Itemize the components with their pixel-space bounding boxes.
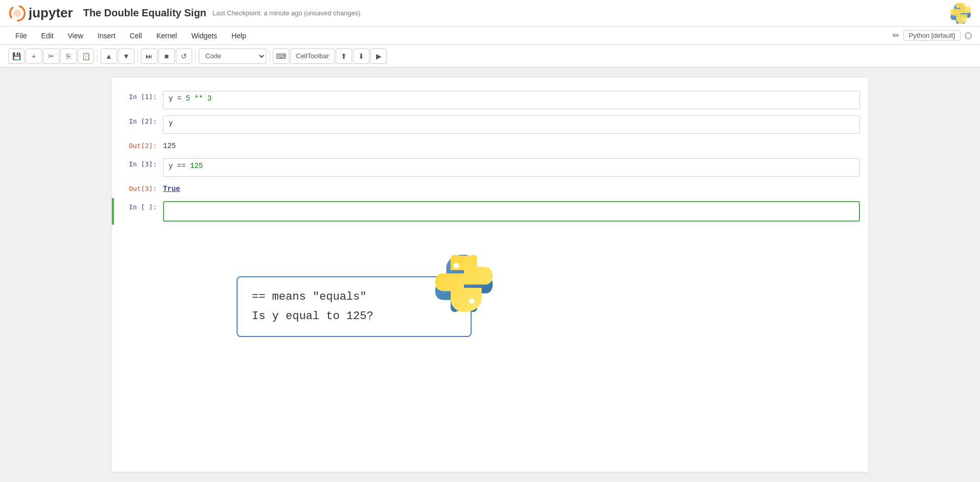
move-up-button[interactable]: ▲ xyxy=(101,49,117,64)
checkpoint-info: Last Checkpoint: a minute ago (unsaved c… xyxy=(213,9,361,17)
kernel-name: Python [default] xyxy=(903,30,961,41)
copy-cell-button[interactable]: ⎘ xyxy=(60,49,77,64)
cell-1: In [1]: y = 5 ** 3 xyxy=(112,88,868,112)
svg-point-3 xyxy=(963,19,965,21)
upload-button[interactable]: ⬆ xyxy=(336,49,352,64)
download-button[interactable]: ⬇ xyxy=(353,49,369,64)
menu-help[interactable]: Help xyxy=(224,30,253,42)
jupyter-logo: jupyter xyxy=(8,4,73,22)
svg-point-4 xyxy=(453,263,459,269)
toolbar-separator-4 xyxy=(269,50,270,62)
cell-toolbar-button[interactable]: CellToolbar xyxy=(290,49,335,64)
cell-2-input[interactable]: y xyxy=(163,115,860,134)
cell-3-label: In [3]: xyxy=(122,158,163,168)
add-cell-button[interactable]: + xyxy=(26,49,42,64)
tooltip-line1: == means "equals" xyxy=(252,287,456,306)
main-content: In [1]: y = 5 ** 3 In [2]: y Out[2]: 125… xyxy=(0,67,980,482)
cell-2-output: 125 xyxy=(163,140,860,152)
tooltip-line2: Is y equal to 125? xyxy=(252,307,456,326)
cell-3-output: True xyxy=(163,183,860,195)
menu-edit[interactable]: Edit xyxy=(34,30,61,42)
menu-cell[interactable]: Cell xyxy=(123,30,149,42)
notebook-title: The Double Equality Sign xyxy=(83,7,206,19)
toolbar: 💾 + ✂ ⎘ 📋 ▲ ▼ ⏭ ■ ↺ Code Markdown Raw NB… xyxy=(0,45,980,67)
code-125: 125 xyxy=(190,162,203,170)
settings-button[interactable]: ▶ xyxy=(370,49,387,64)
svg-point-2 xyxy=(957,6,959,8)
cell-3-input[interactable]: y == 125 xyxy=(163,158,860,177)
cell-type-select[interactable]: Code Markdown Raw NBConvert xyxy=(199,49,266,64)
cell-3-output-label: Out[3]: xyxy=(122,183,163,192)
kernel-info: ✏ Python [default] xyxy=(893,30,972,41)
move-down-button[interactable]: ▼ xyxy=(118,49,134,64)
code-y-eq: y == xyxy=(169,162,190,170)
save-button[interactable]: 💾 xyxy=(8,49,25,64)
cell-1-input[interactable]: y = 5 ** 3 xyxy=(163,91,860,109)
python-logo-header xyxy=(949,2,972,25)
python-logo-float xyxy=(431,250,497,317)
restart-button[interactable]: ↺ xyxy=(176,49,192,64)
jupyter-wordmark: jupyter xyxy=(29,5,73,21)
code-5: 5 xyxy=(186,94,190,103)
menu-insert[interactable]: Insert xyxy=(90,30,123,42)
cell-2-output-label: Out[2]: xyxy=(122,140,163,150)
svg-point-5 xyxy=(469,298,475,304)
toolbar-separator-2 xyxy=(137,50,138,62)
toolbar-separator-3 xyxy=(195,50,196,62)
header-bar: jupyter The Double Equality Sign Last Ch… xyxy=(0,0,980,27)
kernel-status-indicator xyxy=(965,32,972,39)
python-snake-logo xyxy=(431,250,497,317)
menu-file[interactable]: File xyxy=(8,30,34,42)
cell-3: In [3]: y == 125 xyxy=(112,155,868,180)
paste-cell-button[interactable]: 📋 xyxy=(78,49,94,64)
cell-2: In [2]: y xyxy=(112,112,868,137)
svg-point-1 xyxy=(14,9,21,16)
cut-cell-button[interactable]: ✂ xyxy=(43,49,59,64)
code-y-var: y xyxy=(169,119,173,127)
code-3: 3 xyxy=(207,94,212,103)
keyboard-shortcut-button[interactable]: ⌨ xyxy=(273,49,289,64)
edit-icon: ✏ xyxy=(893,31,899,40)
cell-2-label: In [2]: xyxy=(122,115,163,125)
menu-view[interactable]: View xyxy=(61,30,90,42)
toolbar-separator-1 xyxy=(97,50,98,62)
cell-4-label: In [ ]: xyxy=(122,201,163,211)
code-power: ** xyxy=(190,94,207,103)
cell-4-active: In [ ]: == means "equals" Is y equal to … xyxy=(112,198,868,225)
stop-button[interactable]: ■ xyxy=(158,49,175,64)
cell-1-label: In [1]: xyxy=(122,91,163,101)
menu-bar: File Edit View Insert Cell Kernel Widget… xyxy=(0,27,980,45)
menu-kernel[interactable]: Kernel xyxy=(149,30,184,42)
cell-2-output-row: Out[2]: 125 xyxy=(112,137,868,155)
code-y-assign: y = xyxy=(169,94,186,103)
out-3-value: True xyxy=(163,185,180,193)
fast-forward-button[interactable]: ⏭ xyxy=(141,49,157,64)
out-2-value: 125 xyxy=(163,142,176,150)
jupyter-icon xyxy=(8,4,27,22)
menu-widgets[interactable]: Widgets xyxy=(184,30,224,42)
notebook-area: In [1]: y = 5 ** 3 In [2]: y Out[2]: 125… xyxy=(112,78,868,472)
cell-4-input[interactable] xyxy=(163,201,860,222)
cell-3-output-row: Out[3]: True xyxy=(112,180,868,198)
